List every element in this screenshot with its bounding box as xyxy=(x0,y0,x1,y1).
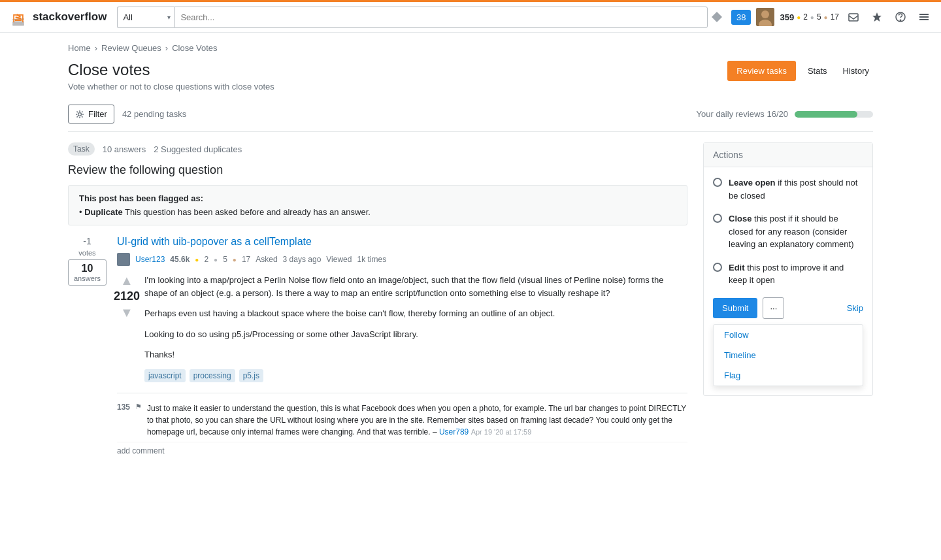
search-filter-select[interactable]: All Questions Users Tags xyxy=(117,7,174,28)
gold-dot: ● xyxy=(797,14,801,21)
breadcrumb-home[interactable]: Home xyxy=(68,43,91,53)
answer-label: answers xyxy=(74,274,101,282)
page-header-left: Close votes Vote whether or not to close… xyxy=(68,61,274,91)
svg-rect-8 xyxy=(849,14,858,21)
dropdown-follow[interactable]: Follow xyxy=(714,325,863,345)
action-leave-open-label: Leave open if this post should not be cl… xyxy=(729,176,863,202)
diamond-icon[interactable] xyxy=(708,8,726,26)
actions-panel: Actions Leave open if this post should n… xyxy=(703,142,873,396)
comment-score: 135 xyxy=(117,403,130,438)
site-header: stackoverflow All Questions Users Tags ▾… xyxy=(0,0,941,33)
comment-user-link[interactable]: User789 xyxy=(439,427,469,436)
skip-button[interactable]: Skip xyxy=(847,303,863,313)
tag-processing[interactable]: processing xyxy=(190,369,235,382)
achievements-icon[interactable] xyxy=(868,8,886,26)
svg-marker-4 xyxy=(712,12,722,22)
site-logo[interactable]: stackoverflow xyxy=(8,7,107,27)
vote-label: votes xyxy=(78,249,95,257)
question-author-link[interactable]: User123 xyxy=(135,255,165,264)
viewed-label: Viewed xyxy=(326,255,352,264)
svg-marker-9 xyxy=(872,12,882,22)
badge-count-button[interactable]: 38 xyxy=(731,10,751,25)
review-tasks-button[interactable]: Review tasks xyxy=(727,61,796,81)
sidebar: Actions Leave open if this post should n… xyxy=(703,142,873,459)
vote-column: -1 votes 10 answers xyxy=(68,236,107,459)
question-body: UI-grid with uib-popover as a cellTempla… xyxy=(117,236,687,459)
stats-button[interactable]: Stats xyxy=(804,61,831,81)
breadcrumb: Home › Review Queues › Close Votes xyxy=(68,43,873,53)
progress-bar xyxy=(795,111,873,118)
logo-icon xyxy=(8,7,29,27)
submit-button[interactable]: Submit xyxy=(713,298,757,318)
content-layout: Task 10 answers 2 Suggested duplicates R… xyxy=(68,142,873,459)
svg-rect-12 xyxy=(919,14,929,15)
question-user-info: User123 45.6k ● 2 ● 5 ● 17 Asked 3 days … xyxy=(117,253,687,266)
search-input[interactable] xyxy=(174,7,708,28)
tag-p5js[interactable]: p5.js xyxy=(239,369,263,382)
question-body-p3: Looking to do so using p5.js/Processing … xyxy=(144,328,687,341)
filter-button[interactable]: Filter xyxy=(68,105,114,124)
history-button[interactable]: History xyxy=(839,61,873,81)
page-title: Close votes xyxy=(68,61,274,79)
pending-tasks-count: 42 pending tasks xyxy=(122,109,186,119)
reputation-display: 359 ● 2 ● 5 ● 17 xyxy=(780,12,839,22)
question-author-avatar xyxy=(117,253,130,266)
question-section-title: Review the following question xyxy=(68,163,687,177)
question-body-p4: Thanks! xyxy=(144,348,687,361)
filter-bar: Filter 42 pending tasks Your daily revie… xyxy=(68,105,873,132)
action-buttons: Submit ··· Skip xyxy=(713,297,863,319)
task-badge: Task xyxy=(68,142,95,156)
breadcrumb-review-queues[interactable]: Review Queues xyxy=(101,43,161,53)
search-select-wrap: All Questions Users Tags ▾ xyxy=(117,7,174,28)
main-content-wrap: Home › Review Queues › Close Votes Close… xyxy=(52,33,889,470)
flag-type: Duplicate xyxy=(84,207,123,217)
page-subtitle: Vote whether or not to close questions w… xyxy=(68,82,274,91)
author-rep: 45.6k xyxy=(170,255,190,264)
asked-time: 3 days ago xyxy=(283,255,322,264)
radio-close[interactable] xyxy=(713,214,722,223)
vote-score-display: -1 xyxy=(83,236,91,246)
comment-item: 135 ⚑ Just to make it easier to understa… xyxy=(117,399,687,442)
gold-count: 2 xyxy=(803,12,808,22)
vote-body-wrap: ▲ 2120 ▼ I'm looking into a map/project … xyxy=(117,274,687,393)
help-icon[interactable] xyxy=(891,8,910,26)
flag-item: • Duplicate This question has been asked… xyxy=(79,207,676,217)
svg-rect-3 xyxy=(12,22,24,25)
filter-label: Filter xyxy=(88,109,107,119)
svg-rect-14 xyxy=(919,19,929,20)
post-score: 2120 xyxy=(114,289,140,303)
dropdown-timeline[interactable]: Timeline xyxy=(714,345,863,365)
comment-timestamp: Apr 19 '20 at 17:59 xyxy=(471,428,532,436)
svg-point-11 xyxy=(900,20,901,21)
user-avatar[interactable] xyxy=(756,8,774,26)
asked-label: Asked xyxy=(256,255,277,264)
comment-flag-icon: ⚑ xyxy=(135,403,142,438)
question-text-body: I'm looking into a map/project a Perlin … xyxy=(144,274,687,393)
dropdown-flag[interactable]: Flag xyxy=(714,365,863,386)
question-body-p2: Perhaps even ust having a blackout space… xyxy=(144,307,687,320)
comment-section: 135 ⚑ Just to make it easier to understa… xyxy=(117,393,687,459)
author-bronze-count: 17 xyxy=(242,255,250,264)
hamburger-icon[interactable] xyxy=(915,8,933,26)
inbox-icon[interactable] xyxy=(844,8,863,26)
radio-leave-open[interactable] xyxy=(713,178,722,187)
upvote-button[interactable]: ▲ xyxy=(120,274,133,287)
action-leave-open: Leave open if this post should not be cl… xyxy=(713,176,863,202)
radio-edit[interactable] xyxy=(713,263,722,272)
add-comment-link[interactable]: add comment xyxy=(117,442,687,459)
question-title-link[interactable]: UI-grid with uib-popover as a cellTempla… xyxy=(117,236,687,248)
tag-javascript[interactable]: javascript xyxy=(144,369,186,382)
flagged-title: This post has been flagged as: xyxy=(79,193,676,203)
actions-header: Actions xyxy=(704,143,872,167)
question-tags: javascript processing p5.js xyxy=(144,369,687,382)
task-answers: 10 answers xyxy=(103,144,146,154)
bronze-dot: ● xyxy=(824,14,828,21)
more-options-button[interactable]: ··· xyxy=(763,297,784,319)
logo-text: stackoverflow xyxy=(33,10,107,24)
comment-text: Just to make it easier to understand the… xyxy=(147,403,687,438)
downvote-button[interactable]: ▼ xyxy=(120,306,133,319)
dropdown-menu: Follow Timeline Flag xyxy=(713,324,863,386)
bronze-count: 17 xyxy=(831,12,839,22)
question-card: -1 votes 10 answers UI-grid with uib-pop… xyxy=(68,236,687,459)
task-info: Task 10 answers 2 Suggested duplicates xyxy=(68,142,687,156)
